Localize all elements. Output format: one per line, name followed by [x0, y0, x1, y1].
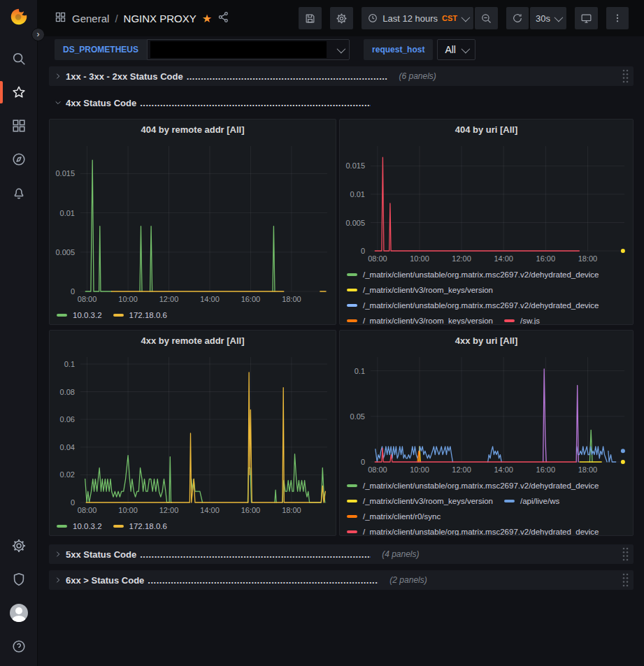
svg-text:0.05: 0.05 [350, 412, 365, 421]
sidebar-item-profile[interactable] [0, 596, 38, 630]
refresh-interval-button[interactable]: 30s [530, 7, 566, 29]
row-6xx[interactable]: 6xx > Status Code ......................… [49, 570, 634, 590]
svg-text:18:00: 18:00 [282, 295, 301, 303]
avatar [10, 604, 28, 622]
sidebar-item-security[interactable] [0, 563, 38, 596]
time-series-chart[interactable]: 08:0010:0012:0014:0016:0018:0000.0050.01… [50, 139, 336, 306]
variable-label-ds-prometheus[interactable]: DS_PROMETHEUS [55, 39, 147, 60]
row-4xx[interactable]: 4xx Status Code ........................… [49, 93, 634, 113]
legend-item[interactable]: /_matrix/client/unstable/org.matrix.msc2… [347, 298, 599, 313]
svg-text:08:00: 08:00 [78, 295, 97, 303]
compass-icon [11, 152, 27, 167]
favorite-star-icon[interactable]: ★ [202, 12, 212, 25]
time-series-chart[interactable]: 08:0010:0012:0014:0016:0018:0000.0050.01… [340, 139, 633, 266]
sidebar-item-settings[interactable] [0, 529, 38, 563]
sidebar-item-help[interactable] [0, 630, 38, 663]
legend-swatch [347, 289, 357, 291]
row-title: 5xx Status Code [66, 549, 136, 560]
row-drag-handle[interactable] [622, 572, 631, 588]
dashboard-canvas: 1xx - 3xx - 2xx Status Code ............… [38, 63, 644, 590]
panel-title[interactable]: 404 by remote addr [All] [50, 120, 336, 139]
breadcrumb: General / NGINX PROXY ★ [55, 11, 229, 25]
svg-text:10:00: 10:00 [410, 465, 429, 474]
legend-item[interactable]: /sw.js [504, 313, 540, 324]
legend-label: 172.18.0.6 [129, 522, 167, 530]
panel-title[interactable]: 4xx by uri [All] [340, 331, 633, 350]
legend-item[interactable]: /_matrix/client/v3/room_keys/version [347, 493, 493, 509]
sidebar-item-dashboards[interactable] [0, 109, 38, 143]
variable-label-request-host[interactable]: request_host [364, 39, 433, 60]
legend-swatch [347, 273, 357, 276]
svg-text:10:00: 10:00 [118, 295, 138, 303]
svg-text:16:00: 16:00 [536, 465, 556, 474]
legend-item[interactable]: /_matrix/client/v3/room_keys/version [347, 313, 493, 324]
breadcrumb-folder[interactable]: General [72, 13, 109, 24]
kebab-menu-button[interactable] [606, 7, 629, 29]
legend-item[interactable]: /_matrix/client/unstable/org.matrix.msc2… [347, 524, 599, 535]
row-drag-handle[interactable] [622, 68, 631, 84]
svg-text:18:00: 18:00 [578, 254, 598, 263]
legend-item[interactable]: 172.18.0.6 [113, 307, 167, 323]
sidebar-item-search[interactable] [0, 42, 38, 75]
share-icon[interactable] [217, 11, 229, 25]
svg-text:16:00: 16:00 [536, 254, 556, 263]
legend-item[interactable]: /_matrix/client/v3/room_keys/version [347, 282, 493, 298]
legend-label: 172.18.0.6 [129, 311, 167, 319]
zoom-out-button[interactable] [475, 7, 498, 29]
chart-area: 08:0010:0012:0014:0016:0018:0000.020.040… [50, 350, 336, 517]
svg-text:0: 0 [71, 498, 75, 507]
legend-item[interactable]: /_matrix/client/r0/sync [347, 509, 441, 524]
panel-legend: /_matrix/client/unstable/org.matrix.msc2… [340, 266, 633, 324]
row-5xx[interactable]: 5xx Status Code ........................… [49, 544, 634, 564]
legend-label: 10.0.3.2 [73, 522, 102, 530]
dashboards-grid-icon [11, 118, 27, 133]
time-range-button[interactable]: Last 12 hours CST [362, 7, 473, 29]
refresh-icon [512, 13, 523, 24]
chevron-down-icon [554, 13, 564, 22]
svg-text:0: 0 [71, 287, 75, 296]
datasource-select[interactable] [147, 39, 350, 60]
chevron-right-icon [55, 70, 62, 82]
dashboard-toolbar: Last 12 hours CST [299, 7, 629, 29]
legend-item[interactable]: /_matrix/client/unstable/org.matrix.msc2… [347, 478, 599, 493]
legend-item[interactable]: /api/live/ws [504, 493, 559, 509]
row-1xx-3xx-2xx[interactable]: 1xx - 3xx - 2xx Status Code ............… [49, 66, 634, 86]
legend-item[interactable]: 172.18.0.6 [113, 519, 167, 534]
chevron-down-icon [337, 44, 346, 53]
chart-area: 08:0010:0012:0014:0016:0018:0000.0050.01… [50, 139, 336, 306]
sidebar-item-starred[interactable] [0, 75, 38, 109]
refresh-button[interactable] [506, 7, 529, 29]
legend-item[interactable]: /_matrix/client/unstable/org.matrix.msc2… [347, 267, 599, 282]
svg-text:14:00: 14:00 [200, 506, 220, 514]
sidebar-item-alerting[interactable] [0, 176, 38, 210]
chart-area: 08:0010:0012:0014:0016:0018:0000.050.1 [340, 350, 633, 477]
sidebar-item-explore[interactable] [0, 143, 38, 176]
legend-swatch [347, 319, 357, 322]
chevron-right-icon [55, 548, 62, 560]
sidebar-expand-button[interactable]: › [31, 28, 45, 41]
row-title: 4xx Status Code [66, 98, 136, 108]
legend-item[interactable]: 10.0.3.2 [57, 519, 102, 534]
svg-text:12:00: 12:00 [452, 465, 471, 474]
time-series-chart[interactable]: 08:0010:0012:0014:0016:0018:0000.020.040… [50, 350, 336, 517]
sidebar [0, 0, 38, 666]
panel-title[interactable]: 404 by uri [All] [340, 120, 633, 139]
legend-label: /api/live/ws [520, 497, 559, 505]
dashboard-settings-button[interactable] [330, 7, 353, 29]
panel-title[interactable]: 4xx by remote addr [All] [50, 331, 336, 350]
legend-swatch [57, 525, 67, 528]
save-dashboard-button[interactable] [299, 7, 322, 29]
timezone-label: CST [442, 14, 457, 22]
request-host-select[interactable]: All [437, 39, 475, 60]
grafana-logo[interactable] [8, 7, 29, 28]
tv-mode-button[interactable] [575, 7, 598, 29]
row-leader-dots: ........................................… [187, 71, 388, 82]
dashboard-title: NGINX PROXY [124, 13, 196, 24]
legend-item[interactable]: 10.0.3.2 [57, 307, 102, 323]
chevron-down-icon [55, 96, 62, 109]
row-panel-count: (4 panels) [382, 549, 419, 559]
row-title: 1xx - 3xx - 2xx Status Code [66, 71, 183, 82]
row-drag-handle[interactable] [622, 546, 631, 562]
time-series-chart[interactable]: 08:0010:0012:0014:0016:0018:0000.050.1 [340, 350, 633, 477]
svg-text:08:00: 08:00 [368, 465, 387, 474]
